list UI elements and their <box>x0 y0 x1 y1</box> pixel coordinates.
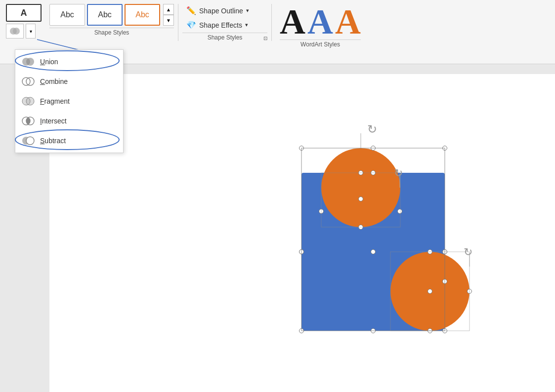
shape-outline-chevron: ▾ <box>246 7 249 14</box>
dropdown-item-union[interactable]: Union <box>15 52 123 72</box>
fragment-label: Fragment <box>40 97 70 105</box>
rotate-handle-main[interactable]: ↻ <box>367 122 379 134</box>
union-label: Union <box>40 58 58 66</box>
handle-circ1-top <box>358 170 363 175</box>
abc-button-orange[interactable]: Abc <box>125 4 160 26</box>
handle-top-right <box>442 146 447 151</box>
handle-circ1-inner <box>358 196 363 201</box>
shape-outline-label: Shape Outline <box>199 7 243 15</box>
svg-point-22 <box>26 137 34 145</box>
handle-circ2-top <box>427 249 432 254</box>
shape-styles-section-label: Shape Styles ⊡ <box>182 33 267 41</box>
dropdown-item-combine[interactable]: Combine <box>15 72 123 91</box>
wordart-section: A A A WordArt Styles <box>272 4 369 48</box>
merge-shapes-button[interactable] <box>6 24 24 39</box>
shape-effects-chevron: ▾ <box>245 22 248 28</box>
shape-effects-button[interactable]: 💎 Shape Effects ▾ <box>182 18 267 32</box>
handle-circ1-left <box>319 209 324 214</box>
wordart-letter-blue: A <box>307 4 333 39</box>
handle-bottom-center <box>371 328 376 333</box>
svg-point-9 <box>26 58 34 66</box>
combine-label: Combine <box>40 78 68 85</box>
abc-buttons-row: Abc Abc Abc ▲ ▼ <box>49 4 174 26</box>
handle-circ2-inner <box>427 289 432 294</box>
toolbar-left-section: A ▾ <box>6 4 42 39</box>
shape-styles-label: Shape Styles <box>49 28 174 36</box>
fragment-icon <box>21 95 35 107</box>
style-expand-down[interactable]: ▼ <box>163 15 174 26</box>
svg-point-1 <box>13 28 20 35</box>
handle-rect-left <box>299 249 304 254</box>
union-icon <box>21 56 35 68</box>
style-expand-buttons: ▲ ▼ <box>163 4 174 26</box>
diamond-icon: 💎 <box>186 20 196 30</box>
combine-icon <box>21 76 35 87</box>
subtract-icon <box>21 135 35 147</box>
shape-container: ↻ ↻ ↻ <box>292 143 470 355</box>
text-button-row: A <box>6 4 42 22</box>
handle-circ2-right <box>467 289 472 294</box>
wordart-letter-black: A <box>280 4 305 39</box>
pencil-icon: ✏️ <box>186 6 196 15</box>
orange-circle-top[interactable] <box>321 148 400 227</box>
slide-panel: ↻ ↻ ↻ <box>49 74 555 392</box>
rotate-handle-circ1[interactable]: ↻ <box>394 167 406 179</box>
text-style-buttons: Abc Abc Abc ▲ ▼ Shape Styles <box>49 4 174 36</box>
handle-top-center <box>371 146 376 151</box>
dropdown-item-subtract[interactable]: Subtract <box>15 131 123 151</box>
intersect-label: Intersect <box>40 117 67 125</box>
wordart-letters: A A A <box>280 4 361 39</box>
handle-rect-inner2 <box>442 279 447 284</box>
merge-button-row: ▾ <box>6 24 36 39</box>
dropdown-item-fragment[interactable]: Fragment <box>15 91 123 111</box>
shape-effects-label: Shape Effects <box>199 21 242 29</box>
rotate-handle-circ2[interactable]: ↻ <box>464 246 475 258</box>
wordart-letter-orange: A <box>335 4 361 39</box>
abc-button-default[interactable]: Abc <box>49 4 85 26</box>
handle-circ2-bottom <box>427 328 432 333</box>
handle-rect-right <box>442 249 447 254</box>
handle-circ1-bottom <box>358 225 363 230</box>
handle-top-left <box>299 146 304 151</box>
dropdown-item-intersect[interactable]: Intersect <box>15 111 123 131</box>
abc-button-blue[interactable]: Abc <box>87 4 123 26</box>
merge-dropdown-button[interactable]: ▾ <box>26 24 36 39</box>
shape-outline-button[interactable]: ✏️ Shape Outline ▾ <box>182 4 267 17</box>
shape-format-section: ✏️ Shape Outline ▾ 💎 Shape Effects ▾ Sha… <box>178 4 272 41</box>
handle-rect-top <box>371 170 376 175</box>
handle-circ1-right <box>397 209 402 214</box>
merge-dropdown-menu: Union Combine Fragment <box>15 49 124 153</box>
style-expand-up[interactable]: ▲ <box>163 4 174 15</box>
intersect-icon <box>21 115 35 127</box>
wordart-styles-label: WordArt Styles <box>280 39 361 48</box>
handle-rect-inner1 <box>371 249 376 254</box>
text-format-button[interactable]: A <box>6 4 42 22</box>
expand-icon: ⊡ <box>263 36 267 41</box>
handle-bottom-left <box>299 328 304 333</box>
handle-bottom-right <box>442 328 447 333</box>
subtract-label: Subtract <box>40 137 66 145</box>
